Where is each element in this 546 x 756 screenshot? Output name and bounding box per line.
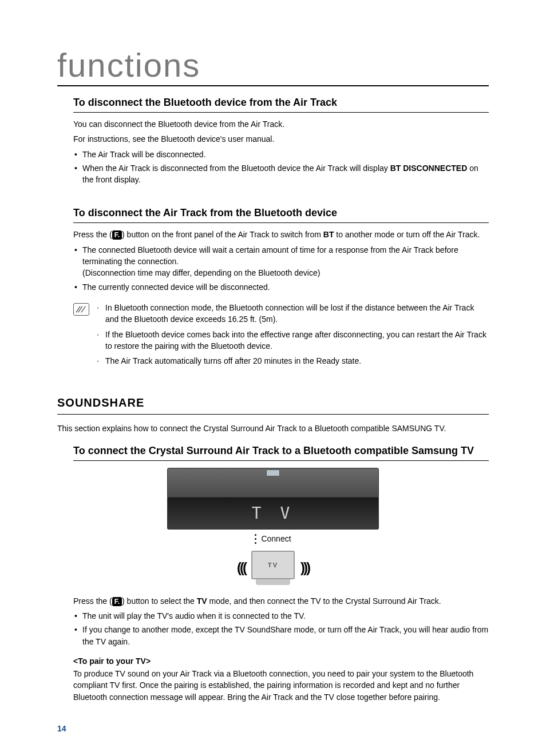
note-list: In Bluetooth connection mode, the Blueto… [97,302,489,370]
sec2-p1: Press the (F.) button on the front panel… [73,229,489,240]
sec1-bullet-1: The Air Track will be disconnected. [73,149,489,160]
sec2-bullets: The connected Bluetooth device will wait… [73,244,489,293]
connect-label-row: Connect [167,533,379,545]
connect-dots-icon [255,533,256,545]
note-1: In Bluetooth connection mode, the Blueto… [97,302,489,325]
soundshare-bullet-1: The unit will play the TV's audio when i… [73,610,489,622]
connect-label: Connect [261,534,291,543]
tv-graphic: TV [251,551,295,579]
section-heading-disconnect-device: To disconnect the Bluetooth device from … [73,97,489,113]
soundshare-bullet-2: If you change to another mode, except th… [73,624,489,647]
soundshare-p1: Press the (F.) button to select the TV m… [73,595,489,607]
note-block: In Bluetooth connection mode, the Blueto… [73,302,489,370]
sec1-bullet-2: When the Air Track is disconnected from … [73,162,489,186]
note-2: If the Bluetooth device comes back into … [97,329,489,352]
waves-right-icon: ))) [300,560,309,576]
pair-text: To produce TV sound on your Air Track vi… [73,668,489,703]
soundshare-intro: This section explains how to connect the… [57,423,489,434]
tv-row: ((( TV ))) [167,551,379,585]
tv-stand-graphic [256,579,290,585]
sec1-p2: For instructions, see the Bluetooth devi… [73,133,489,145]
soundshare-heading: SOUNDSHARE [57,396,489,415]
sec1-p1: You can disconnect the Bluetooth device … [73,118,489,130]
soundshare-bullets: The unit will play the TV's audio when i… [73,610,489,647]
waves-left-icon: ((( [237,560,246,576]
sec2-bullet-1: The connected Bluetooth device will wait… [73,244,489,279]
soundbar-display: T V [167,498,379,530]
soundbar-graphic [167,468,379,498]
pair-heading: <To pair to your TV> [73,656,489,666]
soundshare-subheading: To connect the Crystal Surround Air Trac… [73,445,489,461]
section-heading-disconnect-airtrack: To disconnect the Air Track from the Blu… [73,207,489,223]
page-number: 14 [57,724,66,733]
f-button-icon: F. [112,230,122,240]
page-title: functions [57,46,489,86]
sec1-bullets: The Air Track will be disconnected. When… [73,149,489,186]
note-icon [73,303,89,316]
connection-diagram: T V Connect ((( TV ))) [57,468,489,585]
sec2-bullet-2: The currently connected device will be d… [73,281,489,293]
f-button-icon: F. [112,597,122,606]
note-3: The Air Track automatically turns off af… [97,355,489,367]
